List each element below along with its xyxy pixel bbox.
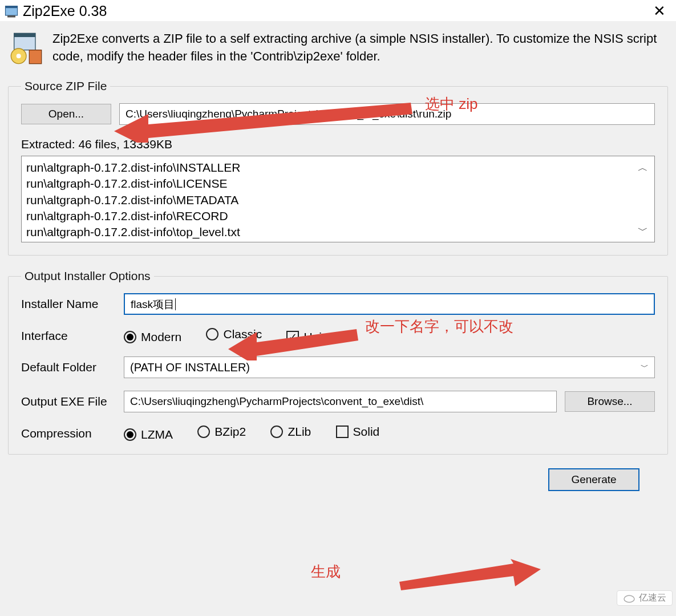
output-exe-label: Output EXE File — [21, 395, 124, 408]
zip-path-input[interactable]: C:\Users\liuqingzheng\PycharmProjects\co… — [119, 103, 655, 125]
solid-checkbox[interactable]: Solid — [336, 425, 380, 439]
list-item[interactable]: run\altgraph-0.17.2.dist-info\INSTALLER — [26, 160, 636, 176]
svg-rect-1 — [6, 6, 18, 8]
list-item[interactable]: run\altgraph-0.17.2.dist-info\top_level.… — [26, 224, 636, 240]
cloud-icon — [623, 594, 635, 603]
arrow-icon — [399, 559, 542, 590]
extracted-status: Extracted: 46 files, 13339KB — [21, 137, 655, 151]
browse-button[interactable]: Browse... — [565, 391, 655, 412]
list-item[interactable]: run\altgraph-0.17.2.dist-info\METADATA — [26, 192, 636, 208]
compression-bzip2-radio[interactable]: BZip2 — [197, 425, 246, 439]
interface-label: Interface — [21, 329, 124, 343]
list-item[interactable]: run\altgraph-0.17.2.dist-info\RECORD — [26, 208, 636, 224]
source-legend: Source ZIP File — [21, 79, 110, 93]
compression-label: Compression — [21, 427, 124, 440]
list-item[interactable]: run\altgraph-0.17.2.dist-info\LICENSE — [26, 176, 636, 192]
close-icon[interactable]: ✕ — [649, 2, 670, 20]
chevron-down-icon: ﹀ — [641, 362, 649, 372]
interface-modern-radio[interactable]: Modern — [124, 330, 181, 344]
watermark: 亿速云 — [617, 590, 673, 606]
svg-rect-2 — [7, 15, 15, 18]
options-legend: Output Installer Options — [21, 269, 154, 283]
chevron-up-icon[interactable]: ︿ — [638, 161, 648, 175]
annotation-generate: 生成 — [311, 562, 341, 582]
chevron-down-icon[interactable]: ﹀ — [638, 224, 648, 237]
svg-rect-7 — [29, 50, 41, 64]
source-zip-fieldset: Source ZIP File Open... C:\Users\liuqing… — [8, 79, 668, 256]
svg-point-11 — [624, 595, 634, 602]
file-list[interactable]: run\altgraph-0.17.2.dist-info\INSTALLER … — [21, 156, 655, 242]
unicode-checkbox[interactable]: ✓Unicode — [286, 330, 347, 344]
open-button[interactable]: Open... — [21, 104, 111, 124]
interface-classic-radio[interactable]: Classic — [206, 327, 262, 341]
default-folder-label: Default Folder — [21, 360, 124, 374]
generate-button[interactable]: Generate — [548, 468, 639, 491]
output-options-fieldset: Output Installer Options Installer Name … — [8, 269, 668, 455]
svg-point-6 — [17, 54, 21, 58]
intro-text: Zip2Exe converts a ZIP file to a self ex… — [52, 30, 668, 67]
zip2exe-icon — [8, 30, 44, 67]
output-exe-input[interactable]: C:\Users\liuqingzheng\PycharmProjects\co… — [124, 391, 557, 412]
svg-marker-10 — [399, 559, 541, 590]
default-folder-select[interactable]: (PATH OF INSTALLER) ﹀ — [124, 356, 655, 378]
scrollbar[interactable]: ︿ ﹀ — [636, 160, 650, 238]
app-icon — [3, 3, 19, 19]
installer-name-input[interactable]: flask项目 — [124, 293, 655, 315]
window-title: Zip2Exe 0.38 — [23, 3, 649, 19]
compression-lzma-radio[interactable]: LZMA — [124, 428, 173, 441]
titlebar: Zip2Exe 0.38 ✕ — [0, 0, 676, 21]
svg-rect-4 — [14, 33, 35, 37]
intro-block: Zip2Exe converts a ZIP file to a self ex… — [8, 30, 668, 67]
installer-name-label: Installer Name — [21, 297, 124, 311]
compression-zlib-radio[interactable]: ZLib — [270, 425, 311, 439]
